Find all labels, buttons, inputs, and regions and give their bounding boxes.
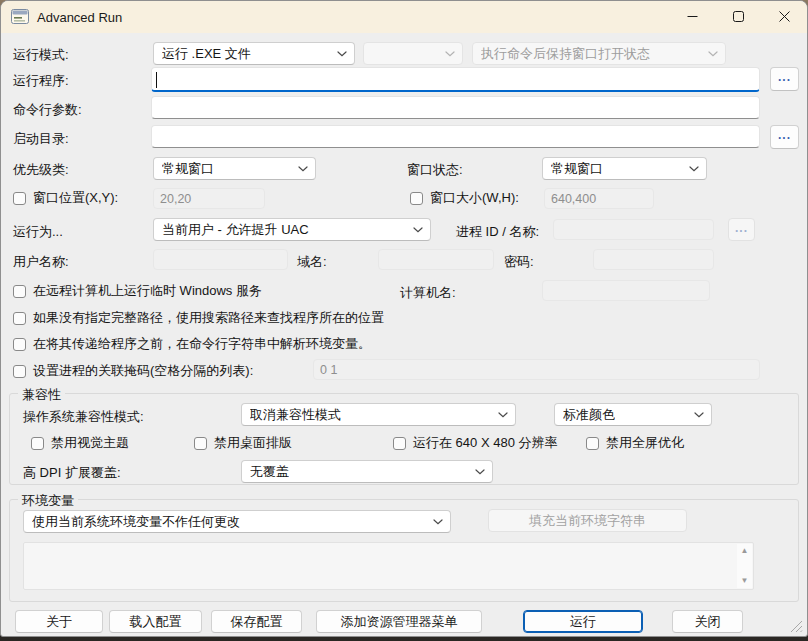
keep-window-open-value: 执行命令后保持窗口打开状态 bbox=[481, 45, 650, 63]
priority-select[interactable]: 常规窗口 bbox=[153, 157, 316, 180]
add-explorer-menu-button[interactable]: 添加资源管理器菜单 bbox=[316, 610, 482, 633]
dpi-override-label: 高 DPI 扩展覆盖: bbox=[23, 464, 121, 482]
run-label: 运行 bbox=[570, 613, 596, 631]
window-pos-label: 窗口位置(X,Y): bbox=[33, 189, 118, 207]
chevron-down-icon bbox=[708, 51, 718, 57]
about-label: 关于 bbox=[46, 613, 72, 631]
chevron-down-icon bbox=[475, 469, 485, 475]
checkbox-icon bbox=[13, 285, 26, 298]
window-state-value: 常规窗口 bbox=[551, 160, 603, 178]
chevron-down-icon bbox=[498, 412, 508, 418]
os-compat-mode-select[interactable]: 取消兼容性模式 bbox=[241, 403, 516, 426]
start-dir-input[interactable] bbox=[151, 125, 760, 148]
chevron-down-icon bbox=[413, 227, 423, 233]
window-pos-input: 20,20 bbox=[153, 188, 265, 209]
disable-visual-themes-checkbox[interactable]: 禁用视觉主题 bbox=[31, 434, 129, 452]
affinity-label: 设置进程的关联掩码(空格分隔的列表): bbox=[33, 362, 253, 380]
password-label: 密码: bbox=[504, 253, 534, 271]
remote-service-label: 在远程计算机上运行临时 Windows 服务 bbox=[33, 282, 262, 300]
window-size-input: 640,400 bbox=[544, 188, 654, 209]
close-dialog-label: 关闭 bbox=[695, 613, 721, 631]
run-as-select[interactable]: 当前用户 - 允许提升 UAC bbox=[153, 218, 431, 241]
browse-start-dir-button[interactable]: ... bbox=[770, 125, 799, 149]
window-size-value: 640,400 bbox=[551, 192, 596, 206]
search-path-label: 如果没有指定完整路径，使用搜索路径来查找程序所在的位置 bbox=[33, 309, 384, 327]
browse-process-dots: ... bbox=[735, 225, 748, 235]
start-dir-label: 启动目录: bbox=[13, 130, 69, 148]
chevron-down-icon bbox=[433, 519, 443, 525]
env-vars-scrollbar[interactable]: ▲ ▼ bbox=[737, 544, 752, 588]
add-explorer-menu-label: 添加资源管理器菜单 bbox=[341, 613, 458, 631]
os-compat-mode-value: 取消兼容性模式 bbox=[250, 406, 341, 424]
browse-start-dir-dots: ... bbox=[778, 132, 791, 142]
fill-env-strings-label: 填充当前环境字符串 bbox=[529, 512, 646, 530]
checkbox-icon bbox=[31, 437, 44, 450]
run-as-label: 运行为... bbox=[13, 223, 63, 241]
checkbox-icon bbox=[194, 437, 207, 450]
checkbox-icon bbox=[13, 338, 26, 351]
checkbox-icon bbox=[13, 312, 26, 325]
env-mode-value: 使用当前系统环境变量不作任何更改 bbox=[32, 513, 240, 531]
run-640x480-label: 运行在 640 X 480 分辨率 bbox=[413, 434, 558, 452]
scroll-down-icon[interactable]: ▼ bbox=[741, 577, 749, 585]
domain-input bbox=[378, 249, 494, 270]
about-button[interactable]: 关于 bbox=[15, 610, 103, 633]
search-path-checkbox[interactable]: 如果没有指定完整路径，使用搜索路径来查找程序所在的位置 bbox=[13, 309, 384, 327]
parse-env-checkbox[interactable]: 在将其传递给程序之前，在命令行字符串中解析环境变量。 bbox=[13, 335, 371, 353]
close-icon bbox=[779, 11, 790, 22]
resize-grip-icon[interactable] bbox=[790, 620, 803, 633]
window-state-select[interactable]: 常规窗口 bbox=[542, 157, 707, 180]
chevron-down-icon bbox=[298, 166, 308, 172]
fill-env-strings-button: 填充当前环境字符串 bbox=[488, 509, 687, 532]
env-mode-select[interactable]: 使用当前系统环境变量不作任何更改 bbox=[23, 510, 451, 533]
run-mode-select[interactable]: 运行 .EXE 文件 bbox=[153, 42, 355, 65]
disable-desktop-composition-label: 禁用桌面排版 bbox=[214, 434, 292, 452]
close-dialog-button[interactable]: 关闭 bbox=[672, 610, 743, 633]
color-mode-value: 标准颜色 bbox=[563, 406, 615, 424]
browse-program-dots: ... bbox=[778, 74, 791, 84]
parse-env-label: 在将其传递给程序之前，在命令行字符串中解析环境变量。 bbox=[33, 335, 371, 353]
load-config-label: 载入配置 bbox=[130, 613, 182, 631]
checkbox-icon bbox=[13, 365, 26, 378]
window-pos-checkbox[interactable]: 窗口位置(X,Y): bbox=[13, 189, 118, 207]
keep-window-open-select: 执行命令后保持窗口打开状态 bbox=[472, 42, 726, 65]
maximize-icon bbox=[733, 11, 744, 22]
window-state-label: 窗口状态: bbox=[407, 161, 463, 179]
browse-program-button[interactable]: ... bbox=[770, 67, 799, 91]
dpi-override-select[interactable]: 无覆盖 bbox=[241, 460, 493, 483]
affinity-value: 0 1 bbox=[320, 363, 337, 377]
program-input[interactable] bbox=[151, 67, 760, 92]
maximize-button[interactable] bbox=[715, 1, 761, 32]
close-button[interactable] bbox=[761, 1, 807, 32]
color-mode-select[interactable]: 标准颜色 bbox=[554, 403, 712, 426]
compatibility-group-label: 兼容性 bbox=[18, 386, 65, 404]
app-icon bbox=[11, 9, 29, 24]
advanced-run-window: Advanced Run 运行模式: 运行 .EXE 文件 执行命令后保持窗口打… bbox=[0, 0, 808, 637]
dpi-override-value: 无覆盖 bbox=[250, 463, 289, 481]
window-size-label: 窗口大小(W,H): bbox=[430, 189, 519, 207]
desktop-backdrop: Advanced Run 运行模式: 运行 .EXE 文件 执行命令后保持窗口打… bbox=[0, 0, 808, 641]
load-config-button[interactable]: 载入配置 bbox=[109, 610, 202, 633]
remote-service-checkbox[interactable]: 在远程计算机上运行临时 Windows 服务 bbox=[13, 282, 262, 300]
window-size-checkbox[interactable]: 窗口大小(W,H): bbox=[410, 189, 519, 207]
disable-fullscreen-optimizations-checkbox[interactable]: 禁用全屏优化 bbox=[586, 434, 684, 452]
save-config-button[interactable]: 保存配置 bbox=[211, 610, 302, 633]
computer-name-input bbox=[542, 280, 710, 301]
env-vars-textarea[interactable]: ▲ ▼ bbox=[23, 542, 754, 590]
scroll-up-icon[interactable]: ▲ bbox=[741, 547, 749, 555]
disable-desktop-composition-checkbox[interactable]: 禁用桌面排版 bbox=[194, 434, 292, 452]
run-as-value: 当前用户 - 允许提升 UAC bbox=[162, 221, 309, 239]
browse-process-button: ... bbox=[728, 218, 755, 241]
process-id-input bbox=[553, 219, 714, 240]
minimize-button[interactable] bbox=[669, 1, 715, 32]
cmdline-input[interactable] bbox=[151, 96, 760, 119]
affinity-checkbox[interactable]: 设置进程的关联掩码(空格分隔的列表): bbox=[13, 362, 253, 380]
run-640x480-checkbox[interactable]: 运行在 640 X 480 分辨率 bbox=[393, 434, 558, 452]
run-button[interactable]: 运行 bbox=[523, 610, 643, 633]
affinity-input: 0 1 bbox=[313, 359, 760, 380]
chevron-down-icon bbox=[689, 166, 699, 172]
text-caret bbox=[156, 72, 157, 88]
checkbox-icon bbox=[410, 192, 423, 205]
title-bar: Advanced Run bbox=[1, 1, 807, 33]
minimize-icon bbox=[687, 11, 698, 22]
